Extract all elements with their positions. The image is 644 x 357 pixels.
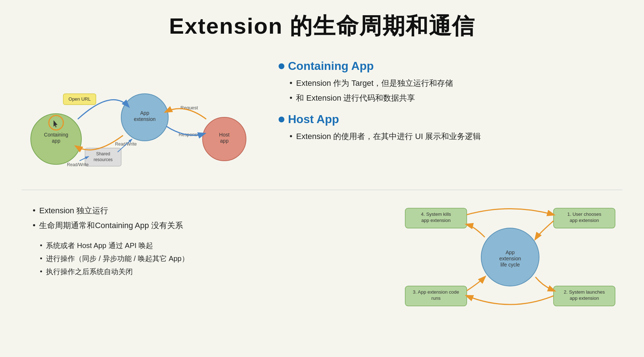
svg-text:Containing: Containing — [44, 132, 68, 138]
svg-text:2. System launches: 2. System launches — [564, 289, 605, 295]
svg-text:resources: resources — [94, 157, 113, 162]
host-app-bullets: Extension 的使用者，在其中进行 UI 展示和业务逻辑 — [289, 130, 622, 142]
bottom-main-bullets: Extension 独立运行 生命周期通常和Containing App 没有关… — [33, 205, 376, 231]
svg-text:app extension: app extension — [421, 218, 451, 223]
svg-text:runs: runs — [431, 295, 441, 301]
svg-text:life cycle: life cycle — [500, 262, 520, 268]
containing-app-title: Containing App — [279, 59, 622, 73]
containing-bullet-1: Extension 作为 Target，但是独立运行和存储 — [289, 77, 622, 89]
lifecycle-diagram: App extension life cycle 1. User chooses… — [398, 201, 622, 313]
sub-bullet-1: 系统或者 Host App 通过 API 唤起 — [40, 240, 376, 251]
containing-app-dot — [279, 63, 284, 69]
page-title: Extension 的生命周期和通信 — [22, 11, 622, 41]
host-app-dot — [279, 117, 284, 122]
host-bullet-1: Extension 的使用者，在其中进行 UI 展示和业务逻辑 — [289, 130, 622, 142]
svg-text:app extension: app extension — [570, 218, 599, 223]
svg-text:app: app — [220, 138, 229, 144]
bottom-sub-bullets: 系统或者 Host App 通过 API 唤起 进行操作（同步 / 异步功能 /… — [40, 240, 376, 277]
containing-bullet-2: 和 Extension 进行代码和数据共享 — [289, 92, 622, 104]
svg-text:Read/Write: Read/Write — [67, 162, 89, 167]
bottom-bullet-1: Extension 独立运行 — [33, 205, 376, 217]
diagram-area: Containing app App extension Host app Sh… — [22, 56, 257, 179]
right-content: Containing App Extension 作为 Target，但是独立运… — [279, 56, 622, 179]
svg-text:App: App — [140, 110, 149, 116]
svg-text:extension: extension — [134, 116, 156, 122]
svg-text:4. System kills: 4. System kills — [421, 211, 451, 217]
host-app-title: Host App — [279, 113, 622, 126]
sub-bullet-3: 执行操作之后系统自动关闭 — [40, 266, 376, 277]
svg-text:app extension: app extension — [570, 295, 599, 301]
bottom-left: Extension 独立运行 生命周期通常和Containing App 没有关… — [22, 201, 376, 280]
containing-app-bullets: Extension 作为 Target，但是独立运行和存储 和 Extensio… — [289, 77, 622, 104]
svg-text:Host: Host — [219, 132, 230, 138]
page: Extension 的生命周期和通信 Containing app App ex… — [0, 0, 644, 357]
top-section: Containing app App extension Host app Sh… — [22, 56, 622, 179]
svg-text:Open URL: Open URL — [68, 96, 90, 102]
svg-text:App: App — [506, 249, 515, 255]
divider — [22, 190, 622, 190]
svg-text:3. App extension code: 3. App extension code — [413, 289, 459, 295]
svg-text:1. User chooses: 1. User chooses — [567, 211, 601, 217]
svg-text:Shared: Shared — [96, 151, 110, 156]
svg-text:extension: extension — [499, 256, 521, 261]
bottom-bullet-2: 生命周期通常和Containing App 没有关系 — [33, 219, 376, 231]
bottom-section: Extension 独立运行 生命周期通常和Containing App 没有关… — [22, 201, 622, 313]
sub-bullet-2: 进行操作（同步 / 异步功能 / 唤起其它 App） — [40, 253, 376, 264]
svg-text:app: app — [52, 138, 60, 144]
